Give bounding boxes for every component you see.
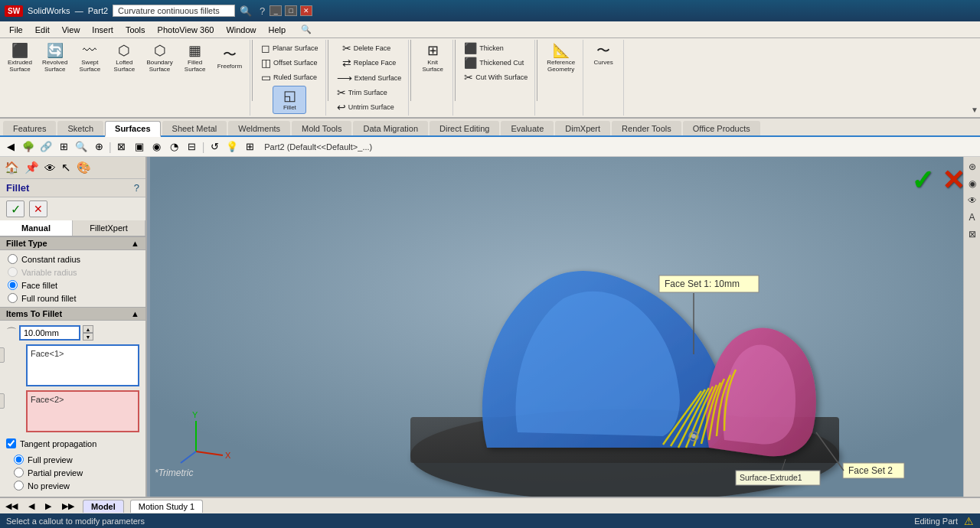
rotate-icon[interactable]: ↺: [207, 139, 222, 155]
swept-surface-btn[interactable]: 〰 SweptSurface: [73, 41, 106, 75]
ruled-surface-btn[interactable]: ▭ Ruled Surface: [257, 70, 322, 84]
tab-sheet-metal[interactable]: Sheet Metal: [162, 121, 227, 135]
grid-icon[interactable]: ⊞: [242, 139, 257, 155]
zoom-to-fit-icon[interactable]: ⊞: [56, 139, 71, 155]
tab-evaluate[interactable]: Evaluate: [501, 121, 554, 135]
tab-data-migration[interactable]: Data Migration: [353, 121, 428, 135]
tab-render-tools[interactable]: Render Tools: [612, 121, 681, 135]
canvas-area[interactable]: Face Set 1: 10mm Surface-Extrude1 Face S…: [147, 157, 980, 497]
display-style-btn[interactable]: ◉: [965, 177, 979, 191]
spin-up-btn[interactable]: ▲: [83, 325, 93, 333]
nav-next-btn[interactable]: ▶▶: [60, 500, 77, 512]
extruded-surface-btn[interactable]: ⬛ ExtrudedSurface: [3, 41, 37, 75]
tab-direct-editing[interactable]: Direct Editing: [430, 121, 499, 135]
cancel-button[interactable]: ✕: [29, 200, 47, 217]
transparency-icon[interactable]: ◔: [167, 139, 182, 155]
restore-btn[interactable]: □: [285, 5, 297, 16]
fillet-btn[interactable]: ◱ Fillet: [273, 86, 306, 114]
lights-icon[interactable]: 💡: [224, 139, 240, 155]
radio-face-fillet[interactable]: Face fillet: [8, 280, 138, 290]
display-mode-icon[interactable]: ◉: [149, 139, 165, 155]
cut-with-surface-btn[interactable]: ✂ Cut With Surface: [460, 70, 531, 84]
minimize-btn[interactable]: _: [270, 5, 282, 16]
cursor-icon[interactable]: ↖: [60, 159, 73, 176]
tab-office-products[interactable]: Office Products: [683, 121, 760, 135]
planar-surface-btn[interactable]: ◻ Planar Surface: [257, 41, 322, 55]
delete-face-btn[interactable]: ✂ Delete Face: [338, 41, 400, 55]
help-question-icon[interactable]: ?: [134, 182, 139, 194]
menu-view[interactable]: View: [56, 24, 87, 36]
extend-surface-btn[interactable]: ⟶ Extend Surface: [333, 71, 406, 85]
radio-constant-radius[interactable]: Constant radius: [8, 254, 138, 264]
menu-file[interactable]: File: [3, 24, 29, 36]
menu-window[interactable]: Window: [220, 24, 262, 36]
menu-search-btn[interactable]: 🔍: [295, 23, 318, 36]
tab-weldments[interactable]: Weldments: [228, 121, 290, 135]
tab-features[interactable]: Features: [3, 121, 56, 135]
tab-surfaces[interactable]: Surfaces: [105, 121, 160, 137]
filled-surface-btn[interactable]: ▦ FilledSurface: [178, 41, 212, 75]
radio-full-round-fillet[interactable]: Full round fillet: [8, 293, 138, 303]
freeform-btn[interactable]: 〜 Freeform: [213, 41, 247, 75]
menu-edit[interactable]: Edit: [29, 24, 56, 36]
zoom-box-icon[interactable]: ⊕: [91, 139, 106, 155]
radio-no-preview[interactable]: No preview: [14, 481, 132, 491]
3d-icon[interactable]: ▣: [132, 139, 147, 155]
radio-partial-preview[interactable]: Partial preview: [14, 468, 132, 477]
tab-manual[interactable]: Manual: [0, 220, 73, 236]
hide-show-btn[interactable]: 👁: [965, 194, 979, 207]
big-checkmark[interactable]: ✓: [911, 165, 934, 197]
tangent-propagation-checkbox[interactable]: [6, 438, 16, 448]
zoom-in-icon[interactable]: 🔍: [74, 139, 89, 155]
annotation-btn[interactable]: A: [965, 210, 979, 224]
nav-right-btn[interactable]: ▶: [43, 500, 54, 512]
menu-insert[interactable]: Insert: [86, 24, 119, 36]
curves-btn[interactable]: 〜 Curves: [586, 41, 620, 68]
untrim-surface-btn[interactable]: ↩ Untrim Surface: [333, 100, 406, 114]
radio-full-preview[interactable]: Full preview: [14, 455, 132, 464]
eye-icon[interactable]: 👁: [43, 160, 57, 176]
section-btn[interactable]: ⊠: [965, 227, 979, 241]
home-icon[interactable]: 🏠: [3, 159, 21, 176]
toolbar-expand[interactable]: ▼: [969, 40, 980, 116]
items-to-fillet-section-bar[interactable]: Items To Fillet ▲: [0, 307, 145, 321]
menu-tools[interactable]: Tools: [119, 24, 152, 36]
big-cancel[interactable]: ✕: [942, 165, 965, 197]
search-box[interactable]: Curvature continuous fillets: [113, 5, 235, 17]
trim-surface-btn[interactable]: ✂ Trim Surface: [333, 86, 406, 99]
tab-mold-tools[interactable]: Mold Tools: [292, 121, 351, 135]
tree-icon[interactable]: 🌳: [21, 139, 36, 155]
boundary-surface-btn[interactable]: ⬡ BoundarySurface: [142, 41, 177, 75]
tab-dimxpert[interactable]: DimXpert: [555, 121, 610, 135]
tangent-propagation-row[interactable]: Tangent propagation: [6, 436, 139, 451]
face-set-2-box[interactable]: Face<2>: [26, 390, 139, 432]
pin-icon[interactable]: 📌: [23, 159, 41, 176]
reference-geometry-btn[interactable]: 📐 ReferenceGeometry: [542, 41, 580, 75]
offset-surface-btn[interactable]: ◫ Offset Surface: [257, 56, 322, 70]
nav-prev-btn[interactable]: ◀◀: [3, 500, 20, 512]
motion-study-tab[interactable]: Motion Study 1: [130, 500, 203, 513]
face-set-1-icon[interactable]: ↗: [0, 347, 5, 363]
section-view-icon[interactable]: ⊠: [114, 139, 129, 155]
color-icon[interactable]: 🎨: [75, 159, 93, 176]
menu-help[interactable]: Help: [263, 24, 292, 36]
mates-icon[interactable]: 🔗: [38, 139, 54, 155]
help-icon[interactable]: ?: [260, 5, 265, 17]
view-setting-icon[interactable]: ⊟: [185, 139, 200, 155]
lofted-surface-btn[interactable]: ⬡ LoftedSurface: [107, 41, 141, 75]
spin-down-btn[interactable]: ▼: [83, 333, 93, 341]
face-set-1-box[interactable]: Face<1>: [26, 344, 139, 386]
back-btn[interactable]: ◀: [3, 139, 18, 155]
face-set-2-icon[interactable]: ↗: [0, 393, 5, 409]
replace-face-btn[interactable]: ⇄ Replace Face: [338, 56, 400, 70]
tab-filletxpert[interactable]: FilletXpert: [73, 220, 145, 236]
menu-photoview[interactable]: PhotoView 360: [152, 24, 220, 36]
search-icon[interactable]: 🔍: [240, 5, 252, 17]
ok-button[interactable]: ✓: [6, 200, 24, 217]
model-tab[interactable]: Model: [83, 500, 124, 513]
knit-surface-btn[interactable]: ⊞ KnitSurface: [416, 41, 449, 75]
view-orient-btn[interactable]: ⊛: [965, 160, 979, 174]
fillet-type-section-bar[interactable]: Fillet Type ▲: [0, 236, 145, 250]
tab-sketch[interactable]: Sketch: [57, 121, 103, 135]
thicken-btn[interactable]: ⬛ Thicken: [460, 41, 531, 55]
